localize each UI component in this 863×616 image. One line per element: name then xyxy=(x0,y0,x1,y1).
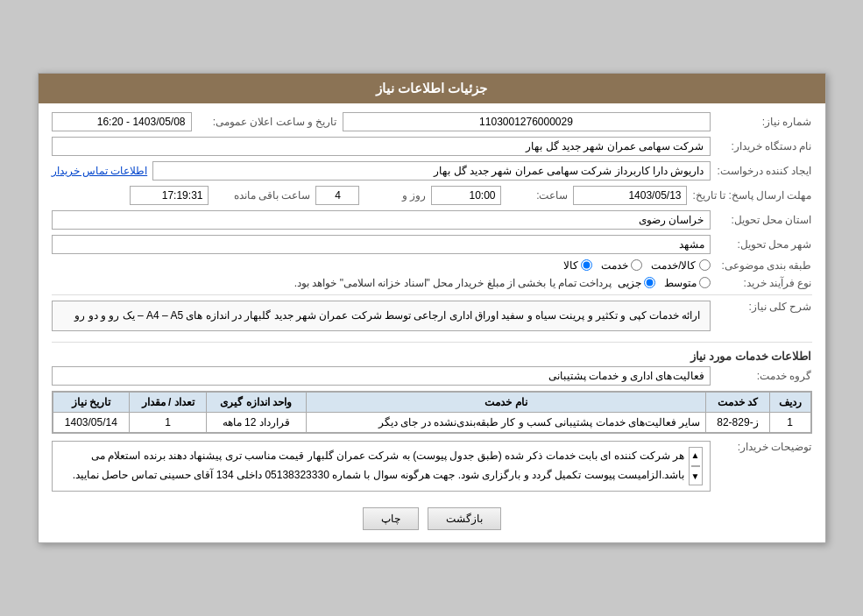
contact-link[interactable]: اطلاعات تماس خریدار xyxy=(52,165,148,177)
cell-code: ز-829-82 xyxy=(706,413,770,433)
city-field[interactable] xyxy=(52,235,711,254)
col-header-name: نام خدمت xyxy=(306,393,706,413)
creator-field[interactable] xyxy=(152,161,710,181)
page-header: جزئیات اطلاعات نیاز xyxy=(39,74,825,103)
cell-qty: 1 xyxy=(130,413,207,433)
back-button[interactable]: بازگشت xyxy=(428,507,501,530)
action-buttons: بازگشت چاپ xyxy=(52,507,812,530)
cell-row: 1 xyxy=(769,413,810,433)
page-title: جزئیات اطلاعات نیاز xyxy=(376,81,487,96)
send-time-field[interactable] xyxy=(431,186,501,205)
purchase-label-jozi: جزیی xyxy=(618,277,641,289)
cell-name: سایر فعالیت‌های خدمات پشتیبانی کسب و کار… xyxy=(306,413,706,433)
notes-content: هر شرکت کننده ای بابت خدمات ذکر شده (طبق… xyxy=(73,450,685,481)
announce-label: تاریخ و ساعت اعلان عمومی: xyxy=(197,116,337,128)
category-radio-khedmat[interactable] xyxy=(631,259,642,271)
send-date-field[interactable] xyxy=(573,186,687,205)
notes-label: توضیحات خریدار: xyxy=(716,441,812,453)
send-deadline-label: مهلت ارسال پاسخ: تا تاریخ: xyxy=(692,189,811,202)
category-radio-kala-khedmat[interactable] xyxy=(699,259,711,271)
send-days-label: روز و xyxy=(364,189,426,202)
table-row: 1 ز-829-82 سایر فعالیت‌های خدمات پشتیبان… xyxy=(53,413,810,433)
purchase-type-radio-group: متوسط جزیی xyxy=(618,277,711,289)
purchase-type-label: نوع فرآیند خرید: xyxy=(716,277,812,289)
category-label-kala: کالا xyxy=(563,259,578,272)
buyer-org-label: نام دستگاه خریدار: xyxy=(716,140,812,152)
category-radio-kala[interactable] xyxy=(581,259,592,271)
description-text: ارائه خدمات کپی و تکثیر و پرینت سیاه و س… xyxy=(74,309,700,322)
city-label: شهر محل تحویل: xyxy=(716,238,812,251)
province-label: استان محل تحویل: xyxy=(716,214,812,226)
creator-label: ایجاد کننده درخواست: xyxy=(716,165,812,177)
category-label: طبقه بندی موضوعی: xyxy=(716,259,812,272)
need-number-field[interactable] xyxy=(343,112,711,131)
send-time-label: ساعت: xyxy=(506,189,568,202)
col-header-code: کد خدمت xyxy=(706,393,770,413)
send-clock-field[interactable] xyxy=(130,186,209,205)
scroll-down-arrow[interactable]: ▼ xyxy=(691,471,700,483)
col-header-unit: واحد اندازه گیری xyxy=(206,393,306,413)
province-field[interactable] xyxy=(52,210,711,230)
category-radio-group: کالا/خدمت خدمت کالا xyxy=(563,259,710,272)
category-option-khedmat[interactable]: خدمت xyxy=(601,259,642,272)
service-info-title: اطلاعات خدمات مورد نیاز xyxy=(52,350,812,363)
description-label: شرح کلی نیاز: xyxy=(716,301,812,313)
buyer-org-field[interactable] xyxy=(52,137,711,156)
send-remaining-label: ساعت باقی مانده xyxy=(214,189,310,202)
announce-field[interactable] xyxy=(52,112,192,131)
purchase-radio-motawaset[interactable] xyxy=(699,277,711,288)
service-group-label: گروه خدمت: xyxy=(716,370,812,382)
category-option-kala[interactable]: کالا xyxy=(563,259,592,272)
category-option-kala-khedmat[interactable]: کالا/خدمت xyxy=(651,259,710,272)
purchase-radio-jozi[interactable] xyxy=(644,277,655,288)
col-header-date: تاریخ نیاز xyxy=(53,393,130,413)
purchase-note: پرداخت تمام یا بخشی از مبلغ خریدار محل "… xyxy=(294,277,612,289)
category-label-kala-khedmat: کالا/خدمت xyxy=(651,259,696,272)
cell-date: 1403/05/14 xyxy=(53,413,130,433)
need-number-label: شماره نیاز: xyxy=(716,116,812,128)
description-box: ارائه خدمات کپی و تکثیر و پرینت سیاه و س… xyxy=(52,301,711,332)
col-header-row: ردیف xyxy=(769,393,810,413)
purchase-label-motawaset: متوسط xyxy=(664,277,697,289)
send-days-field[interactable] xyxy=(315,186,359,205)
category-label-khedmat: خدمت xyxy=(601,259,628,272)
services-table-container: ردیف کد خدمت نام خدمت واحد اندازه گیری ت… xyxy=(52,391,812,434)
purchase-option-motawaset[interactable]: متوسط xyxy=(664,277,711,289)
notes-box: ▲ ▼ هر شرکت کننده ای بابت خدمات ذکر شده … xyxy=(52,441,711,492)
print-button[interactable]: چاپ xyxy=(363,507,419,530)
cell-unit: قرارداد 12 ماهه xyxy=(206,413,306,433)
notes-scrollbar[interactable]: ▲ ▼ xyxy=(689,447,703,485)
scroll-up-arrow[interactable]: ▲ xyxy=(691,450,700,462)
purchase-option-jozi[interactable]: جزیی xyxy=(618,277,655,289)
services-table: ردیف کد خدمت نام خدمت واحد اندازه گیری ت… xyxy=(53,392,811,433)
notes-text: هر شرکت کننده ای بابت خدمات ذکر شده (طبق… xyxy=(60,447,685,485)
service-group-field[interactable] xyxy=(52,366,711,386)
col-header-qty: تعداد / مقدار xyxy=(130,393,207,413)
